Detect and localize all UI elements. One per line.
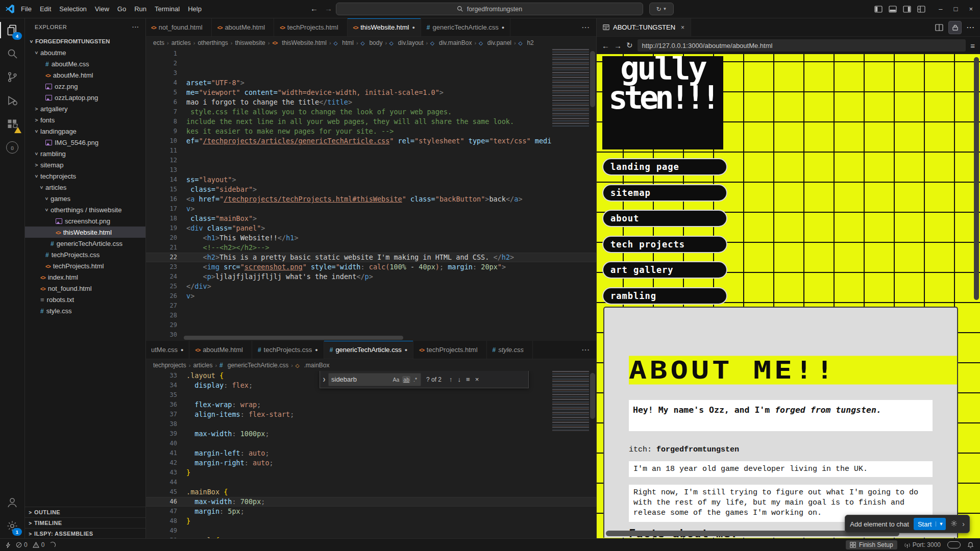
horizontal-scrollbar-top[interactable] — [184, 336, 403, 340]
vertical-scrollbar-top[interactable] — [590, 51, 595, 107]
browser-forward-icon[interactable]: → — [614, 41, 622, 50]
tree-file-aboutMe.html[interactable]: aboutMe.html — [24, 69, 145, 81]
screencast-icon[interactable] — [947, 541, 961, 548]
maximize-button[interactable]: □ — [954, 5, 958, 13]
breadcrumb-item-div.layout[interactable]: div.layout — [389, 39, 424, 46]
tab-style.css[interactable]: style.css — [487, 341, 533, 359]
split-editor-icon[interactable] — [935, 23, 943, 32]
tab-techProjects.css[interactable]: techProjects.css● — [252, 341, 324, 359]
toggle-secondary-sidebar-icon[interactable] — [903, 5, 911, 13]
tree-file-style.css[interactable]: style.css — [24, 305, 145, 316]
tab-thisWebsite.html[interactable]: thisWebsite.html● — [348, 18, 421, 36]
minimap-bottom[interactable] — [552, 371, 589, 431]
site-vertical-scrollbar[interactable] — [974, 57, 979, 300]
tab-techProjects.html[interactable]: techProjects.html — [413, 341, 486, 359]
toggle-panel-icon[interactable] — [889, 5, 897, 13]
finish-setup-button[interactable]: Finish Setup — [846, 540, 897, 549]
tree-folder-fonts[interactable]: >fonts — [24, 114, 145, 126]
tree-folder-artgallery[interactable]: >artgallery — [24, 103, 145, 114]
browser-more-actions-icon[interactable]: ··· — [967, 23, 975, 31]
tab-not_found.html[interactable]: not_found.html — [145, 18, 212, 36]
history-back-button[interactable]: ← — [310, 4, 318, 13]
lock-icon[interactable] — [948, 21, 962, 34]
find-in-selection-icon[interactable]: ≡ — [466, 375, 470, 383]
tab-overflow-button[interactable]: ··· — [576, 18, 596, 36]
site-nav-art-gallery[interactable]: art gallery — [602, 261, 727, 279]
browser-menu-icon[interactable]: ≡ — [970, 41, 975, 50]
tab-aboutMe.html[interactable]: aboutMe.html — [212, 18, 274, 36]
breadcrumb-item-div.mainBox[interactable]: div.mainBox — [430, 39, 472, 46]
breadcrumb-item-techprojects[interactable]: techprojects — [153, 362, 186, 369]
tree-folder-aboutme[interactable]: >aboutme — [24, 47, 145, 58]
errors-indicator[interactable]: 0 — [16, 541, 28, 548]
tree-folder-FORGEDFROMTUNGSTEN[interactable]: >FORGEDFROMTUNGSTEN — [24, 36, 145, 47]
history-forward-button[interactable]: → — [325, 4, 332, 13]
breadcrumb-item-.mainBox[interactable]: .mainBox — [296, 362, 330, 369]
breadcrumb-item-ects[interactable]: ects — [153, 39, 164, 46]
toggle-replace-icon[interactable]: ❯ — [320, 377, 328, 382]
settings-gear-icon[interactable]: 1 — [0, 514, 24, 538]
remote-indicator-icon[interactable] — [5, 542, 11, 548]
match-case-toggle[interactable]: Aa — [391, 376, 400, 383]
breadcrumb-item-articles[interactable]: articles — [193, 362, 212, 369]
start-dropdown-icon[interactable]: ▼ — [936, 521, 946, 527]
breadcrumb-item-genericTechArticle.css[interactable]: genericTechArticle.css — [219, 362, 288, 369]
explorer-icon[interactable]: 4 — [0, 18, 24, 42]
tree-file-not_found.html[interactable]: not_found.html — [24, 283, 145, 294]
minimap-top[interactable] — [552, 49, 589, 127]
breadcrumb-bottom[interactable]: techprojects›articles›genericTechArticle… — [145, 359, 596, 371]
tree-file-robots.txt[interactable]: robots.txt — [24, 294, 145, 305]
tab-overflow-button[interactable]: ··· — [576, 341, 596, 359]
overlay-settings-icon[interactable] — [950, 520, 958, 529]
breadcrumb-item-html[interactable]: html — [334, 39, 354, 46]
minimize-button[interactable]: – — [939, 5, 942, 13]
previous-match-icon[interactable]: ↑ — [449, 375, 453, 383]
notifications-bell-icon[interactable] — [967, 542, 974, 548]
menu-edit[interactable]: Edit — [36, 3, 55, 15]
itch-link[interactable]: forgedfromtungsten — [656, 445, 739, 454]
site-nav-about[interactable]: about — [602, 210, 727, 227]
json-extension-icon[interactable]: {} — [0, 136, 24, 159]
command-center-search[interactable]: forgedfromtungsten — [336, 3, 643, 15]
regex-toggle[interactable]: .* — [412, 376, 418, 383]
breadcrumb-item-h2[interactable]: h2 — [519, 39, 534, 46]
breadcrumb-item-body[interactable]: body — [361, 39, 383, 46]
next-match-icon[interactable]: ↓ — [458, 375, 461, 383]
tree-folder-articles[interactable]: >articles — [24, 182, 145, 193]
tab-genericTechArticle.css[interactable]: genericTechArticle.css● — [324, 341, 413, 359]
tree-file-thisWebsite.html[interactable]: thisWebsite.html — [24, 227, 145, 238]
port-indicator[interactable]: Port: 3000 — [904, 541, 941, 548]
tree-file-aboutMe.css[interactable]: aboutMe.css — [24, 58, 145, 69]
customize-layout-icon[interactable] — [917, 5, 925, 13]
tree-file-techProjects.html[interactable]: techProjects.html — [24, 260, 145, 271]
tree-file-index.html[interactable]: index.html — [24, 271, 145, 283]
tree-file-ozz.png[interactable]: ozz.png — [24, 81, 145, 92]
find-input[interactable]: sidebarb Aa ab .* — [328, 373, 421, 386]
menu-go[interactable]: Go — [113, 3, 130, 15]
tree-file-ozzLaptop.png[interactable]: ozzLaptop.png — [24, 92, 145, 103]
menu-view[interactable]: View — [91, 3, 113, 15]
warnings-indicator[interactable]: 0 — [33, 541, 45, 548]
tree-folder-sitemap[interactable]: >sitemap — [24, 159, 145, 170]
section-ilspy[interactable]: >ILSPY: ASSEMBLIES — [24, 528, 145, 539]
tree-folder-rambling[interactable]: >rambling — [24, 148, 145, 159]
breadcrumb-item-articles[interactable]: articles — [172, 39, 191, 46]
url-field[interactable]: http://127.0.0.1:3000/aboutme/aboutMe.ht… — [638, 39, 966, 52]
start-button[interactable]: Start ▼ — [914, 518, 946, 530]
run-debug-icon[interactable] — [0, 89, 24, 112]
tab-techProjects.html[interactable]: techProjects.html — [274, 18, 347, 36]
menu-selection[interactable]: Selection — [55, 3, 90, 15]
tree-folder-games[interactable]: >games — [24, 193, 145, 204]
account-icon[interactable] — [0, 491, 24, 514]
breadcrumb-item-otherthings[interactable]: otherthings — [198, 39, 228, 46]
whole-word-toggle[interactable]: ab — [402, 376, 410, 383]
tree-folder-landingpage[interactable]: >landingpage — [24, 126, 145, 137]
extensions-icon[interactable] — [0, 112, 24, 136]
breadcrumb-item-thisWebsite.html[interactable]: thisWebsite.html — [272, 39, 327, 46]
tree-file-techProjects.css[interactable]: techProjects.css — [24, 249, 145, 260]
site-nav-sitemap[interactable]: sitemap — [602, 184, 727, 202]
vertical-scrollbar-bottom[interactable] — [590, 373, 595, 419]
site-nav-tech-projects[interactable]: tech projects — [602, 236, 727, 253]
menu-run[interactable]: Run — [130, 3, 151, 15]
tree-folder-otherthings / thiswebsite[interactable]: >otherthings / thiswebsite — [24, 204, 145, 215]
